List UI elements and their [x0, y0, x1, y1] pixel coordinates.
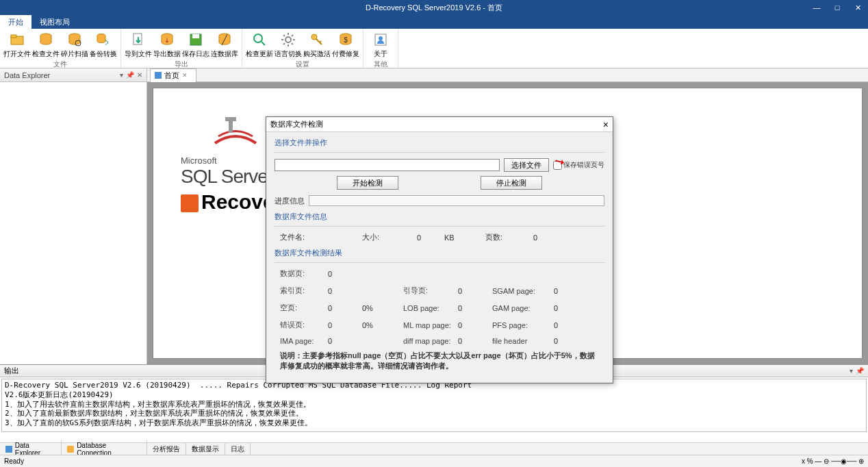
result-note: 说明：主要参考指标null page（空页）占比不要太大以及err page（坏… — [275, 351, 604, 372]
detect-result-grid: 数据页:0 索引页:0引导页:0SGAM page:0 空页:00%LOB pa… — [275, 268, 604, 345]
dropdown-icon[interactable]: ▾ — [120, 71, 123, 79]
connect-db-icon — [216, 31, 233, 48]
tab-viewlayout[interactable]: 视图布局 — [31, 15, 78, 29]
scan-button[interactable]: 碎片扫描 — [60, 30, 89, 59]
status-zoom: x % — ⊖ ──◉── ⊕ — [802, 457, 864, 465]
file-path-input[interactable] — [275, 159, 500, 171]
sidebar-body — [0, 82, 146, 364]
divider — [275, 262, 604, 263]
svg-text:$: $ — [344, 36, 348, 44]
size-label: 大小: — [362, 232, 417, 242]
backup-icon — [95, 31, 112, 48]
db-icon — [67, 446, 74, 453]
activate-button[interactable]: 购买激活 — [303, 30, 331, 59]
status-ready: Ready — [4, 457, 24, 465]
paid-repair-button[interactable]: $付费修复 — [331, 30, 360, 59]
progress-bar — [309, 195, 604, 206]
sql-logo-icon — [208, 116, 263, 151]
dialog-titlebar[interactable]: 数据库文件检测 × — [266, 117, 613, 132]
check-update-button[interactable]: 检查更新 — [245, 30, 274, 59]
ribbon-group-other: 关于 其他 — [363, 29, 398, 68]
gear-icon — [280, 31, 296, 48]
logo-orange-icon — [181, 194, 199, 212]
doc-tab-home[interactable]: 首页 ✕ — [150, 68, 196, 82]
output-body[interactable]: D-Recovery SQL Server2019 V2.6 (20190429… — [1, 379, 867, 432]
start-detect-button[interactable]: 开始检测 — [337, 176, 398, 190]
dropdown-icon[interactable]: ▾ — [850, 367, 853, 375]
svg-point-11 — [254, 34, 262, 42]
filename-label: 文件名: — [280, 232, 321, 242]
size-value: 0 — [417, 233, 444, 242]
open-file-button[interactable]: 打开文件 — [3, 30, 31, 59]
bottom-left-tabs: Data Explorer Database Connection — [0, 442, 147, 455]
dialog-db-detect: 数据库文件检测 × 选择文件并操作 选择文件 保存错误页号 开始检测 停止检测 … — [266, 116, 613, 383]
pin-icon[interactable]: 📌 — [856, 367, 864, 375]
save-error-checkbox[interactable] — [553, 161, 562, 170]
tab-data-display[interactable]: 数据显示 — [186, 443, 225, 455]
tab-start[interactable]: 开始 — [0, 15, 31, 29]
svg-point-17 — [379, 36, 383, 40]
size-unit: KB — [444, 233, 485, 242]
output-title: 输出 — [4, 366, 19, 376]
tab-log[interactable]: 日志 — [225, 443, 251, 455]
key-icon — [309, 31, 325, 48]
sidebar-controls: ▾ 📌 ✕ — [120, 71, 142, 79]
bottom-right-tabs: 分析报告 数据显示 日志 — [147, 442, 868, 455]
ribbon: 打开文件 检查文件 碎片扫描 备份转换 文件 导到文件 导出数据 保存日志 连数… — [0, 29, 868, 68]
section-result-title: 数据库文件检测结果 — [275, 248, 604, 258]
close-button[interactable]: ✕ — [847, 0, 868, 15]
svg-rect-19 — [225, 117, 236, 121]
about-button[interactable]: 关于 — [366, 30, 395, 59]
titlebar: D-Recovery SQL Server2019 V2.6 - 首页 — □ … — [0, 0, 868, 15]
maximize-button[interactable]: □ — [827, 0, 847, 15]
doc-tab-label: 首页 — [164, 71, 179, 81]
save-log-icon — [188, 31, 204, 48]
window-controls: — □ ✕ — [806, 0, 868, 15]
pin-icon[interactable]: 📌 — [126, 71, 134, 79]
export-data-button[interactable]: 导出数据 — [153, 30, 181, 59]
svg-point-13 — [311, 34, 317, 40]
pages-value: 0 — [533, 233, 561, 242]
sidebar: Data Explorer ▾ 📌 ✕ — [0, 68, 147, 364]
tab-analysis-report[interactable]: 分析报告 — [147, 443, 186, 455]
minimize-button[interactable]: — — [806, 0, 827, 15]
backup-button[interactable]: 备份转换 — [89, 30, 118, 59]
divider — [275, 226, 604, 227]
export-data-icon — [159, 31, 175, 48]
doc-tab-close-icon[interactable]: ✕ — [182, 72, 188, 79]
dialog-body: 选择文件并操作 选择文件 保存错误页号 开始检测 停止检测 进度信息 数据库文件… — [266, 132, 613, 383]
svg-rect-9 — [192, 34, 199, 38]
db-check-icon — [38, 31, 54, 48]
svg-point-12 — [285, 37, 291, 42]
close-panel-icon[interactable]: ✕ — [137, 71, 142, 79]
dialog-close-icon[interactable]: × — [603, 119, 609, 130]
window-title: D-Recovery SQL Server2019 V2.6 - 首页 — [366, 3, 502, 13]
stop-detect-button[interactable]: 停止检测 — [481, 176, 542, 190]
statusbar: Ready x % — ⊖ ──◉── ⊕ — [0, 455, 868, 467]
sidebar-header: Data Explorer ▾ 📌 ✕ — [0, 68, 146, 82]
ribbon-group-setting: 检查更新 语言切换 购买激活 $付费修复 设置 — [242, 29, 363, 68]
dollar-db-icon: $ — [337, 31, 354, 48]
scan-icon — [66, 31, 83, 48]
magnifier-icon — [251, 31, 268, 48]
folder-open-icon — [9, 31, 25, 48]
tree-icon — [5, 446, 12, 453]
sidebar-title: Data Explorer — [4, 71, 50, 79]
save-error-checkbox-label[interactable]: 保存错误页号 — [553, 160, 604, 170]
connect-db-button[interactable]: 连数据库 — [210, 30, 239, 59]
dialog-title-text: 数据库文件检测 — [270, 119, 323, 129]
select-file-button[interactable]: 选择文件 — [504, 158, 549, 172]
export-file-icon — [130, 31, 146, 48]
progress-label: 进度信息 — [275, 196, 305, 206]
export-file-button[interactable]: 导到文件 — [124, 30, 153, 59]
pages-label: 页数: — [485, 232, 533, 242]
menu-tabs: 开始 视图布局 — [0, 15, 868, 29]
svg-rect-1 — [11, 35, 16, 38]
ribbon-group-export: 导到文件 导出数据 保存日志 连数据库 导出 — [121, 29, 242, 68]
check-file-button[interactable]: 检查文件 — [31, 30, 60, 59]
section-select-title: 选择文件并操作 — [275, 138, 604, 148]
file-info-grid: 文件名: 大小: 0 KB 页数: 0 — [275, 232, 604, 242]
language-button[interactable]: 语言切换 — [274, 30, 303, 59]
save-log-button[interactable]: 保存日志 — [181, 30, 210, 59]
ribbon-group-file: 打开文件 检查文件 碎片扫描 备份转换 文件 — [0, 29, 121, 68]
